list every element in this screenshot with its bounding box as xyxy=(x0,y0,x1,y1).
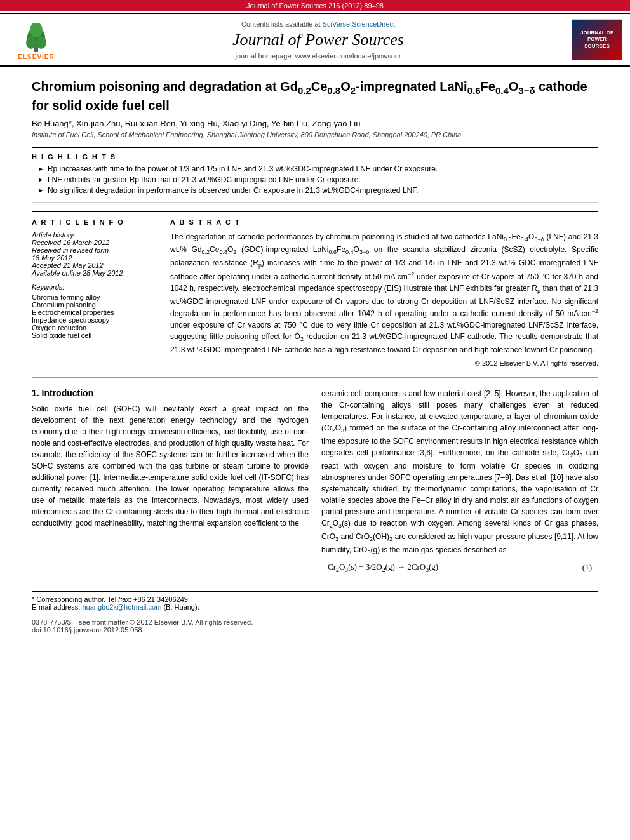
top-bar: Journal of Power Sources 216 (2012) 89–9… xyxy=(0,0,630,11)
online-date: Available online 28 May 2012 xyxy=(32,269,159,277)
equation-text: Cr2O3(s) + 3/2O2(g) → 2CrO3(g) xyxy=(328,562,438,573)
svg-point-3 xyxy=(36,36,46,49)
highlight-item-1: Rp increases with time to the power of 1… xyxy=(38,164,598,173)
intro-para1: Solid oxide fuel cell (SOFC) will inevit… xyxy=(32,403,309,529)
authors-line: Bo Huang*, Xin-jian Zhu, Rui-xuan Ren, Y… xyxy=(32,119,598,128)
article-title: Chromium poisoning and degradation at Gd… xyxy=(32,78,598,114)
highlight-text-1: Rp increases with time to the power of 1… xyxy=(48,164,438,173)
corner-label: JOURNAL OFPOWERSOURCES xyxy=(580,30,613,50)
accepted-date: Accepted 21 May 2012 xyxy=(32,262,159,269)
sciverse-prefix: Contents lists available at xyxy=(241,20,323,28)
highlight-text-3: No significant degradation in performanc… xyxy=(48,186,419,195)
body-right-col: ceramic cell components and low material… xyxy=(321,388,598,578)
abstract-text: The degradation of cathode performances … xyxy=(170,231,598,356)
footnote-area: * Corresponding author. Tel./fax: +86 21… xyxy=(32,591,598,634)
sciverse-line: Contents lists available at SciVerse Sci… xyxy=(65,20,572,28)
journal-corner-image: JOURNAL OFPOWERSOURCES xyxy=(572,19,622,60)
svg-point-2 xyxy=(26,36,36,49)
elsevier-label: ELSEVIER xyxy=(18,53,54,60)
author-list: Bo Huang*, Xin-jian Zhu, Rui-xuan Ren, Y… xyxy=(32,119,360,128)
abstract-copyright: © 2012 Elsevier B.V. All rights reserved… xyxy=(170,359,598,367)
highlights-label: H I G H L I G H T S xyxy=(32,153,598,161)
email-address[interactable]: huangbo2k@hotmail.com xyxy=(82,603,161,611)
highlight-text-2: LNF exhibits far greater Rp than that of… xyxy=(48,175,361,184)
body-two-col: 1. Introduction Solid oxide fuel cell (S… xyxy=(32,388,598,578)
journal-homepage: journal homepage: www.elsevier.com/locat… xyxy=(65,52,572,60)
history-title: Article history: xyxy=(32,231,159,239)
body-left-col: 1. Introduction Solid oxide fuel cell (S… xyxy=(32,388,309,578)
keyword-2: Chromium poisoning xyxy=(32,301,159,309)
affiliation-text: Institute of Fuel Cell, School of Mechan… xyxy=(32,131,461,138)
doi-line: doi:10.1016/j.jpowsour.2012.05.058 xyxy=(32,626,598,634)
intro-para2: ceramic cell components and low material… xyxy=(321,388,598,557)
journal-center-info: Contents lists available at SciVerse Sci… xyxy=(65,20,572,60)
journal-citation: Journal of Power Sources 216 (2012) 89–9… xyxy=(246,2,384,10)
article-info-label: A R T I C L E I N F O xyxy=(32,218,159,226)
keyword-4: Impedance spectroscopy xyxy=(32,316,159,324)
elsevier-logo: ELSEVIER xyxy=(8,19,65,60)
journal-header: ELSEVIER Contents lists available at Sci… xyxy=(0,13,630,67)
svg-rect-0 xyxy=(34,48,38,52)
journal-title-header: Journal of Power Sources xyxy=(65,30,572,50)
history-block: Article history: Received 16 March 2012 … xyxy=(32,231,159,277)
intro-heading: 1. Introduction xyxy=(32,388,309,398)
bottom-footer: 0378-7753/$ – see front matter © 2012 El… xyxy=(32,618,598,634)
keyword-5: Oxygen reduction xyxy=(32,324,159,331)
email-label: E-mail address: xyxy=(32,603,80,611)
abstract-col: A B S T R A C T The degradation of catho… xyxy=(170,218,598,367)
sciverse-link[interactable]: SciVerse ScienceDirect xyxy=(323,20,395,28)
main-content: Chromium poisoning and degradation at Gd… xyxy=(0,67,630,645)
revised-date: Received in revised form18 May 2012 xyxy=(32,246,159,262)
email-suffix: (B. Huang). xyxy=(163,603,199,611)
highlight-item-3: No significant degradation in performanc… xyxy=(38,186,598,195)
abstract-label: A B S T R A C T xyxy=(170,218,598,226)
section-divider xyxy=(32,377,598,378)
keyword-3: Electrochemical properties xyxy=(32,309,159,316)
affiliation-line: Institute of Fuel Cell, School of Mechan… xyxy=(32,131,598,138)
keywords-label: Keywords: xyxy=(32,283,159,291)
article-info-col: A R T I C L E I N F O Article history: R… xyxy=(32,218,159,367)
elsevier-tree-icon xyxy=(17,23,55,52)
issn-line: 0378-7753/$ – see front matter © 2012 El… xyxy=(32,618,598,626)
received-date: Received 16 March 2012 xyxy=(32,239,159,246)
highlights-section: H I G H L I G H T S Rp increases with ti… xyxy=(32,147,598,203)
equation-number: (1) xyxy=(582,563,592,573)
highlight-item-2: LNF exhibits far greater Rp than that of… xyxy=(38,175,598,184)
corresponding-footnote: * Corresponding author. Tel./fax: +86 21… xyxy=(32,596,598,603)
keyword-6: Solid oxide fuel cell xyxy=(32,331,159,339)
keyword-1: Chromia-forming alloy xyxy=(32,293,159,301)
equation-block: Cr2O3(s) + 3/2O2(g) → 2CrO3(g) (1) xyxy=(321,562,598,573)
article-info-abstract: A R T I C L E I N F O Article history: R… xyxy=(32,211,598,367)
email-footnote: E-mail address: huangbo2k@hotmail.com (B… xyxy=(32,603,598,611)
